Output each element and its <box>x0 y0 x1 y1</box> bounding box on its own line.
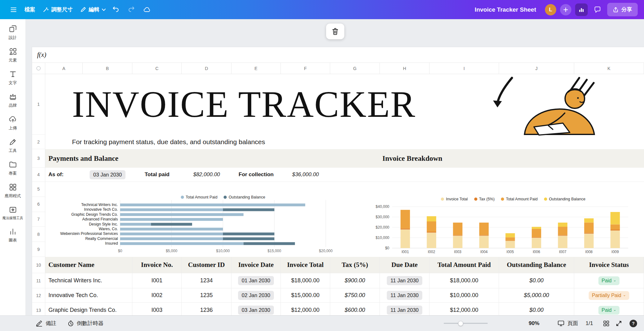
redo-button[interactable] <box>125 3 138 16</box>
row-header-11[interactable]: 11 <box>32 273 45 288</box>
status-badge[interactable]: Paid⌄ <box>598 306 619 315</box>
main-menu-button[interactable] <box>6 3 21 16</box>
row-header-13[interactable]: 13 <box>32 303 45 315</box>
sheet-main-title[interactable]: INVOICE TRACKER <box>45 83 416 126</box>
cell-customer[interactable]: Graphic Design Trends Co. <box>45 303 132 315</box>
row-header-2[interactable]: 2 <box>32 135 45 149</box>
sidebar-item-magic-media[interactable]: 魔法媒體工具 <box>1 206 25 220</box>
column-header-g[interactable]: G <box>330 63 380 74</box>
header-invoice-date[interactable]: Invoice Date <box>231 257 281 273</box>
cell-outstanding[interactable]: $5,000.00 <box>499 288 574 303</box>
cell-amount-paid[interactable]: $12,000.00 <box>430 303 499 315</box>
sidebar-item-tools[interactable]: 工具 <box>1 138 25 154</box>
sidebar-item-apps[interactable]: 應用程式 <box>1 183 25 199</box>
zoom-slider-knob[interactable] <box>458 321 463 326</box>
sidebar-item-uploads[interactable]: 上傳 <box>1 115 25 131</box>
cell-invoice-total[interactable]: $15,000.00 <box>281 288 330 303</box>
countdown-timer-button[interactable]: 倒數計時器 <box>64 317 107 329</box>
column-header-c[interactable]: C <box>132 63 182 74</box>
cell-invoice-no[interactable]: I003 <box>132 303 182 315</box>
total-paid-label[interactable]: Total paid <box>132 168 182 182</box>
cell-tax[interactable]: $900.00 <box>330 273 380 288</box>
as-of-label[interactable]: As of: <box>45 168 83 182</box>
resize-menu-button[interactable]: 調整尺寸 <box>39 3 76 16</box>
header-invoice-no[interactable]: Invoice No. <box>132 257 182 273</box>
cell-due-date[interactable]: 11 Jan 2030 <box>387 276 423 285</box>
row-header-5[interactable]: 5 <box>32 182 45 197</box>
status-badge[interactable]: Partially Paid⌄ <box>589 291 629 300</box>
notes-button[interactable]: 備註 <box>33 317 59 329</box>
row-header-8[interactable]: 8 <box>32 227 45 242</box>
share-button[interactable]: 分享 <box>607 3 638 16</box>
column-header-e[interactable]: E <box>231 63 281 74</box>
cell-invoice-no[interactable]: I002 <box>132 288 182 303</box>
row-header-3[interactable]: 3 <box>32 149 45 168</box>
select-all-cell[interactable] <box>32 63 45 74</box>
sidebar-item-projects[interactable]: 專案 <box>1 160 25 176</box>
cloud-save-button[interactable] <box>141 3 153 16</box>
zoom-slider[interactable] <box>444 323 488 324</box>
header-tax[interactable]: Tax (5%) <box>330 257 380 273</box>
header-outstanding[interactable]: Outstanding Balance <box>499 257 574 273</box>
invite-button[interactable] <box>560 4 571 15</box>
header-amount-paid[interactable]: Total Amount Paid <box>430 257 499 273</box>
status-badge[interactable]: Paid⌄ <box>598 276 619 285</box>
help-button[interactable]: ? <box>630 320 637 327</box>
sidebar-item-brand[interactable]: 品牌 <box>1 93 25 108</box>
row-header-4[interactable]: 4 <box>32 168 45 182</box>
delete-button[interactable] <box>326 24 344 39</box>
column-header-k[interactable]: K <box>574 63 644 74</box>
column-header-h[interactable]: H <box>380 63 430 74</box>
cell-customer[interactable]: Technical Writers Inc. <box>45 273 132 288</box>
payments-balance-chart[interactable]: $0$5,000$10,000$15,000$20,000Technical W… <box>45 182 363 257</box>
sidebar-item-elements[interactable]: 元素 <box>1 47 25 63</box>
fullscreen-button[interactable] <box>613 318 625 329</box>
edit-menu-button[interactable]: 編輯 <box>76 3 109 16</box>
row-header-12[interactable]: 12 <box>32 288 45 303</box>
formula-bar[interactable]: f(x) <box>32 47 644 63</box>
zoom-level[interactable]: 90% <box>529 320 539 327</box>
cell-amount-paid[interactable]: $18,000.00 <box>430 273 499 288</box>
cell-invoice-date[interactable]: 03 Jan 2030 <box>238 306 274 315</box>
column-header-j[interactable]: J <box>499 63 574 74</box>
section-payments-balance[interactable]: Payments and Balance <box>45 149 380 168</box>
cell-customer-id[interactable]: 1235 <box>182 288 231 303</box>
invoice-breakdown-chart[interactable]: $0$10,000$20,000$30,000$40,000I001I002I0… <box>369 182 644 257</box>
section-invoice-breakdown[interactable]: Invoice Breakdown <box>380 149 644 168</box>
avatar[interactable]: L <box>545 4 556 15</box>
pages-button[interactable]: 頁面 <box>554 317 581 329</box>
file-menu-button[interactable]: 檔案 <box>21 3 39 16</box>
document-title[interactable]: Invoice Tracker Sheet <box>475 6 536 13</box>
sidebar-item-text[interactable]: 文字 <box>1 70 25 86</box>
row-header-7[interactable]: 7 <box>32 212 45 227</box>
cell-amount-paid[interactable]: $10,000.00 <box>430 288 499 303</box>
header-invoice-total[interactable]: Invoice Total <box>281 257 330 273</box>
header-customer-name[interactable]: Customer Name <box>45 257 132 273</box>
header-due-date[interactable]: Due Date <box>380 257 430 273</box>
header-status[interactable]: Invoice Status <box>574 257 644 273</box>
as-of-date[interactable]: 03 Jan 2030 <box>90 170 126 179</box>
row-header-1[interactable]: 1 <box>32 74 45 135</box>
undo-button[interactable] <box>109 3 122 16</box>
cell-invoice-total[interactable]: $18,000.00 <box>281 273 330 288</box>
cell-due-date[interactable]: 11 Jan 2030 <box>387 306 423 315</box>
cell-customer[interactable]: Innovative Tech Co. <box>45 288 132 303</box>
cell-invoice-total[interactable]: $12,000.00 <box>281 303 330 315</box>
cell-invoice-no[interactable]: I001 <box>132 273 182 288</box>
grid-view-button[interactable] <box>600 318 613 329</box>
cell-due-date[interactable]: 11 Jan 2030 <box>387 291 423 300</box>
cell-outstanding[interactable]: $0.00 <box>499 303 574 315</box>
row-header-9[interactable]: 9 <box>32 242 45 257</box>
row-header-10[interactable]: 10 <box>32 257 45 273</box>
cell-tax[interactable]: $750.00 <box>330 288 380 303</box>
cell-outstanding[interactable]: $0.00 <box>499 273 574 288</box>
cell-customer-id[interactable]: 1234 <box>182 273 231 288</box>
row-header-6[interactable]: 6 <box>32 197 45 212</box>
column-header-d[interactable]: D <box>182 63 231 74</box>
header-customer-id[interactable]: Customer ID <box>182 257 231 273</box>
cell-tax[interactable]: $600.00 <box>330 303 380 315</box>
cell-invoice-date[interactable]: 02 Jan 2030 <box>238 291 274 300</box>
cell-customer-id[interactable]: 1236 <box>182 303 231 315</box>
cell-invoice-date[interactable]: 01 Jan 2030 <box>238 276 274 285</box>
column-header-f[interactable]: F <box>281 63 330 74</box>
